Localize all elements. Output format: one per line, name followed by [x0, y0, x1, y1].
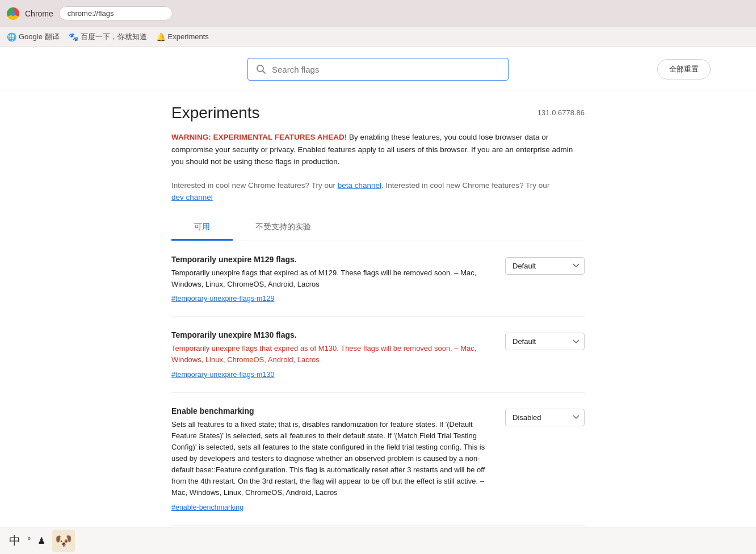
toolbar-icon-degree: ° — [27, 536, 31, 546]
flag-info-m130: Temporarily unexpire M130 flags. Tempora… — [171, 330, 494, 378]
dog-emoji: 🐶 — [55, 533, 72, 549]
page-content: 全部重置 Experiments 131.0.6778.86 WARNING: … — [0, 47, 756, 554]
bookmark-experiments-label: Experiments — [168, 32, 209, 41]
version-number: 131.0.6778.86 — [537, 104, 585, 117]
search-box — [247, 58, 509, 81]
beta-channel-link[interactable]: beta channel — [338, 181, 381, 190]
flag-description-m129: Temporarily unexpire flags that expired … — [171, 267, 494, 290]
svg-line-1 — [263, 71, 266, 74]
flag-name-m130: Temporarily unexpire M130 flags. — [171, 330, 494, 339]
toolbar-dog-image: 🐶 — [52, 530, 75, 552]
flag-item-benchmarking: Enable benchmarking Sets all features to… — [171, 393, 585, 526]
flag-item-m130: Temporarily unexpire M130 flags. Tempora… — [171, 317, 585, 392]
bookmark-experiments[interactable]: 🔔 Experiments — [156, 32, 209, 41]
flag-name-m129: Temporarily unexpire M129 flags. — [171, 255, 494, 264]
bookmarks-bar: 🌐 Google 翻译 🐾 百度一下，你就知道 🔔 Experiments — [0, 27, 756, 47]
dev-channel-link[interactable]: dev channel — [171, 193, 213, 202]
flag-description-benchmarking: Sets all features to a fixed state; that… — [171, 419, 494, 499]
flags-list: Temporarily unexpire M129 flags. Tempora… — [171, 241, 585, 554]
flag-link-m129[interactable]: #temporary-unexpire-flags-m129 — [171, 295, 274, 303]
flag-info-benchmarking: Enable benchmarking Sets all features to… — [171, 406, 494, 511]
flag-link-m130[interactable]: #temporary-unexpire-flags-m130 — [171, 371, 274, 379]
page-title: Experiments — [171, 104, 260, 122]
search-area: 全部重置 — [0, 47, 756, 90]
toolbar-icon-chess: ♟ — [37, 535, 45, 546]
interest-section: Interested in cool new Chrome features? … — [171, 179, 585, 204]
flag-select-m130[interactable]: Default Enabled Disabled — [505, 333, 585, 350]
search-input[interactable] — [272, 65, 500, 74]
flag-info-m129: Temporarily unexpire M129 flags. Tempora… — [171, 255, 494, 303]
address-bar[interactable]: chrome://flags — [59, 6, 173, 20]
warning-prefix: WARNING: EXPERIMENTAL FEATURES AHEAD! — [171, 133, 347, 141]
flag-control-m130: Default Enabled Disabled — [505, 333, 585, 350]
flag-item-m129: Temporarily unexpire M129 flags. Tempora… — [171, 241, 585, 317]
experiments-bookmark-icon: 🔔 — [156, 32, 166, 41]
interest-line1: Interested in cool new Chrome features? … — [171, 181, 338, 190]
flag-link-benchmarking[interactable]: #enable-benchmarking — [171, 503, 243, 511]
experiments-header: Experiments 131.0.6778.86 — [171, 104, 585, 122]
reset-all-button[interactable]: 全部重置 — [657, 59, 711, 79]
google-translate-icon: 🌐 — [7, 32, 16, 41]
search-icon — [256, 64, 266, 74]
tab-available[interactable]: 可用 — [171, 215, 233, 241]
flag-select-benchmarking[interactable]: Default Enabled Disabled — [505, 409, 585, 426]
warning-box: WARNING: EXPERIMENTAL FEATURES AHEAD! By… — [171, 131, 585, 168]
flag-select-m129[interactable]: Default Enabled Disabled — [505, 257, 585, 275]
flag-name-benchmarking: Enable benchmarking — [171, 406, 494, 416]
flag-control-m129: Default Enabled Disabled — [505, 257, 585, 275]
baidu-icon: 🐾 — [69, 32, 78, 41]
bookmark-google-translate-label: Google 翻译 — [19, 32, 60, 42]
toolbar-text-zhong: 中 — [9, 533, 20, 548]
bottom-toolbar: 中 ° ♟ 🐶 — [0, 527, 756, 554]
bookmark-baidu[interactable]: 🐾 百度一下，你就知道 — [69, 32, 147, 42]
browser-title-bar: Chrome chrome://flags — [0, 0, 756, 27]
interest-line2: . Interested in cool new Chrome features… — [381, 181, 549, 190]
flag-description-m130: Temporarily unexpire flags that expired … — [171, 343, 494, 366]
flag-control-benchmarking: Default Enabled Disabled — [505, 409, 585, 426]
tabs-container: 可用 不受支持的实验 — [171, 215, 585, 241]
experiments-container: Experiments 131.0.6778.86 WARNING: EXPER… — [162, 90, 594, 554]
bookmark-baidu-label: 百度一下，你就知道 — [81, 32, 147, 42]
tab-unsupported[interactable]: 不受支持的实验 — [233, 215, 334, 241]
chrome-logo — [7, 7, 19, 20]
bookmark-google-translate[interactable]: 🌐 Google 翻译 — [7, 32, 60, 42]
browser-title: Chrome — [25, 9, 53, 18]
warning-paragraph: WARNING: EXPERIMENTAL FEATURES AHEAD! By… — [171, 131, 585, 168]
